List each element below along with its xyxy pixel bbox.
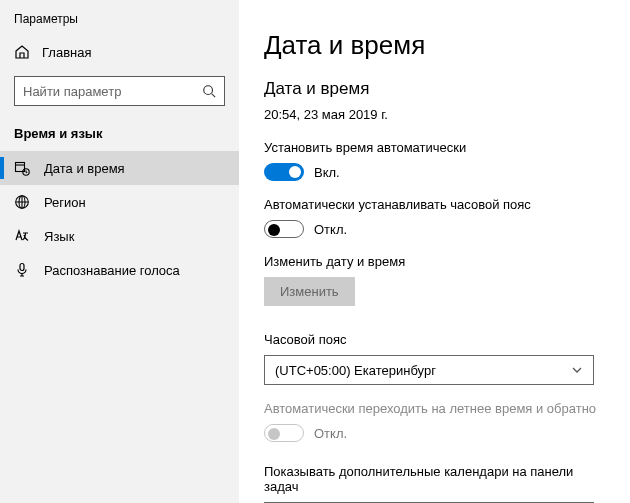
change-button[interactable]: Изменить [264, 277, 355, 306]
search-box[interactable] [14, 76, 225, 106]
timezone-label: Часовой пояс [264, 332, 606, 347]
dst-label: Автоматически переходить на летнее время… [264, 401, 606, 416]
auto-time-state: Вкл. [314, 165, 340, 180]
sidebar-item-label: Регион [44, 195, 86, 210]
dst-state: Откл. [314, 426, 347, 441]
window-title: Параметры [0, 10, 239, 36]
timezone-value: (UTC+05:00) Екатеринбург [275, 363, 436, 378]
dst-toggle: Откл. [264, 424, 347, 442]
sidebar-home[interactable]: Главная [0, 36, 239, 68]
svg-point-0 [204, 86, 213, 95]
current-datetime: 20:54, 23 мая 2019 г. [264, 107, 606, 122]
auto-timezone-label: Автоматически устанавливать часовой пояс [264, 197, 606, 212]
sidebar-item-label: Дата и время [44, 161, 125, 176]
auto-timezone-state: Откл. [314, 222, 347, 237]
sidebar-item-label: Распознавание голоса [44, 263, 180, 278]
chevron-down-icon [571, 364, 583, 376]
calendar-clock-icon [14, 160, 30, 176]
search-input[interactable] [23, 84, 202, 99]
sidebar: Параметры Главная Время и язык [0, 0, 240, 503]
sidebar-home-label: Главная [42, 45, 91, 60]
auto-timezone-toggle[interactable]: Откл. [264, 220, 347, 238]
svg-rect-5 [20, 264, 24, 271]
main-content: Дата и время Дата и время 20:54, 23 мая … [240, 0, 630, 503]
home-icon [14, 44, 30, 60]
page-title: Дата и время [264, 30, 606, 61]
timezone-dropdown[interactable]: (UTC+05:00) Екатеринбург [264, 355, 594, 385]
sidebar-item-date-time[interactable]: Дата и время [0, 151, 239, 185]
auto-time-label: Установить время автоматически [264, 140, 606, 155]
sidebar-category-title: Время и язык [0, 120, 239, 151]
sidebar-item-language[interactable]: Язык [0, 219, 239, 253]
auto-time-toggle[interactable]: Вкл. [264, 163, 340, 181]
section-heading-datetime: Дата и время [264, 79, 606, 99]
globe-icon [14, 194, 30, 210]
microphone-icon [14, 262, 30, 278]
sidebar-item-speech[interactable]: Распознавание голоса [0, 253, 239, 287]
language-icon [14, 228, 30, 244]
change-datetime-label: Изменить дату и время [264, 254, 606, 269]
sidebar-item-label: Язык [44, 229, 74, 244]
calendars-label: Показывать дополнительные календари на п… [264, 464, 606, 494]
sidebar-item-region[interactable]: Регион [0, 185, 239, 219]
search-icon [202, 84, 216, 98]
